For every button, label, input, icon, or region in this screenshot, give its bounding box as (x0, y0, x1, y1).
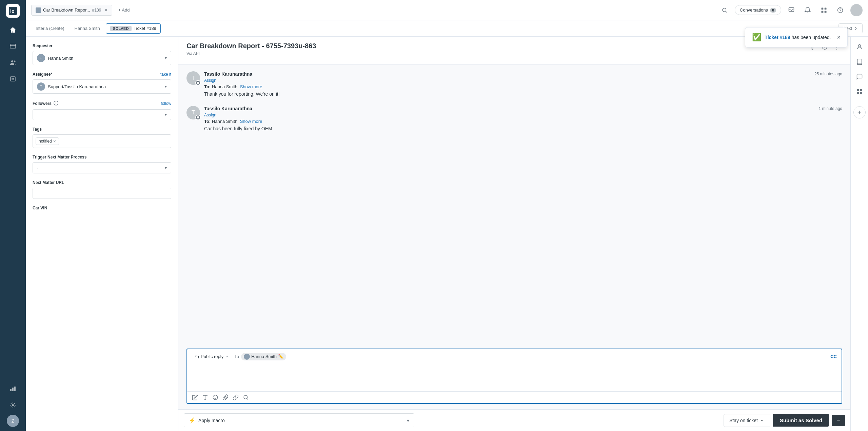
message-header: Tassilo Karunarathna 1 minute ago (204, 106, 842, 111)
ticket-tab-interia[interactable]: Interia (create) (31, 23, 69, 33)
requester-label: Requester (33, 43, 171, 48)
notifications-button[interactable] (802, 4, 814, 16)
tags-section: Tags notified × (33, 127, 171, 148)
app-logo[interactable]: io (6, 4, 20, 18)
svg-rect-7 (12, 388, 14, 391)
svg-rect-31 (857, 92, 859, 94)
svg-point-9 (12, 404, 14, 406)
notification-banner: ✅ Ticket #189 has been updated. × (745, 27, 848, 48)
format-text-icon[interactable] (202, 394, 208, 400)
svg-point-28 (858, 44, 861, 47)
svg-rect-8 (14, 387, 16, 391)
reply-recipient: Hanna Smith ✏️ (241, 353, 286, 360)
right-add-button[interactable]: + (853, 106, 866, 118)
notification-close-button[interactable]: × (837, 34, 841, 41)
conversations-label: Conversations (740, 7, 768, 13)
svg-rect-32 (860, 92, 862, 94)
follow-link[interactable]: follow (161, 101, 171, 106)
reply-area: Public reply To Hanna Smith ✏️ (186, 349, 842, 404)
svg-rect-2 (10, 44, 16, 48)
svg-rect-12 (822, 7, 824, 10)
show-more-link[interactable]: Show more (240, 84, 262, 89)
right-chat-icon[interactable] (853, 71, 866, 83)
user-avatar[interactable]: Z (7, 415, 19, 427)
nav-chart-icon[interactable] (6, 382, 20, 396)
nav-building-icon[interactable] (6, 72, 20, 86)
followers-dropdown[interactable]: ▾ (33, 109, 171, 120)
nav-settings-icon[interactable] (6, 398, 20, 412)
take-it-link[interactable]: take it (160, 72, 171, 77)
tab-close-button[interactable]: × (104, 7, 107, 13)
header-actions: Conversations 0 (718, 4, 863, 16)
nav-inbox-icon[interactable] (6, 39, 20, 53)
svg-point-21 (836, 49, 837, 50)
requester-dropdown[interactable]: H Hanna Smith ▾ (33, 51, 171, 65)
message-body: Car has been fully fixed by OEM (204, 125, 842, 132)
ticket-tab-number[interactable]: SOLVED Ticket #189 (106, 23, 161, 34)
followers-info-icon[interactable]: ⓘ (54, 100, 58, 107)
followers-section: Followers ⓘ follow ▾ (33, 100, 171, 120)
format-compose-icon[interactable] (192, 394, 198, 400)
ticket-tabs: Interia (create) Hanna Smith SOLVED Tick… (26, 20, 868, 37)
tab-icon (36, 7, 41, 13)
ticket-tab[interactable]: Car Breakdown Repor... #189 × (31, 5, 112, 16)
format-emoji-icon[interactable] (212, 394, 218, 400)
reply-to-avatar (244, 354, 250, 360)
cc-button[interactable]: CC (830, 354, 837, 359)
trigger-dropdown[interactable]: - ▾ (33, 162, 171, 173)
assignee-dropdown[interactable]: T Support/Tassilo Karunarathna ▾ (33, 79, 171, 94)
message-item: T Tassilo Karunarathna 1 minute ago (186, 106, 842, 132)
avatar-badge (195, 115, 201, 120)
submit-dropdown-button[interactable] (832, 415, 845, 426)
reply-to-field: To Hanna Smith ✏️ (234, 353, 286, 360)
trigger-chevron-icon: ▾ (165, 166, 167, 170)
next-matter-url-label: Next Matter URL (33, 180, 171, 185)
center-panel: Car Breakdown Report - 6755-7393u-863 Vi… (178, 37, 850, 431)
assign-link[interactable]: Assign (204, 78, 842, 83)
assign-link[interactable]: Assign (204, 113, 842, 117)
conversations-button[interactable]: Conversations 0 (735, 5, 781, 15)
conversations-count: 0 (770, 8, 776, 13)
show-more-link[interactable]: Show more (240, 119, 262, 124)
message-body: Thank you for reporting. We're on it! (204, 91, 842, 98)
format-link-icon[interactable] (233, 394, 239, 400)
svg-point-23 (197, 116, 199, 119)
svg-rect-15 (825, 11, 827, 13)
message-content: Tassilo Karunarathna 1 minute ago Assign… (204, 106, 842, 132)
svg-rect-30 (860, 89, 862, 91)
nav-people-icon[interactable] (6, 56, 20, 69)
stay-on-ticket-button[interactable]: Stay on ticket (724, 414, 770, 427)
right-book-icon[interactable] (853, 56, 866, 68)
avatar-badge (195, 80, 201, 86)
nav-home-icon[interactable] (6, 23, 20, 37)
right-apps-icon[interactable] (853, 86, 866, 98)
apply-macro-button[interactable]: ⚡ Apply macro ▾ (184, 413, 414, 427)
top-header: Car Breakdown Repor... #189 × + Add Conv… (26, 0, 868, 20)
reply-format-toolbar (187, 391, 842, 403)
reply-type-button[interactable]: Public reply (192, 353, 232, 360)
tags-container[interactable]: notified × (33, 134, 171, 148)
notification-ticket-link[interactable]: Ticket #189 (765, 35, 790, 40)
requester-chevron-icon: ▾ (165, 56, 167, 60)
svg-rect-11 (789, 7, 794, 12)
reply-body[interactable] (187, 364, 842, 391)
grid-button[interactable] (818, 4, 830, 16)
right-user-icon[interactable] (853, 41, 866, 53)
format-attach-icon[interactable] (222, 394, 229, 400)
submit-solved-button[interactable]: Submit as Solved (773, 414, 829, 427)
messages-area: T Tassilo Karunarathna 25 minutes ago (178, 64, 850, 349)
search-button[interactable] (718, 4, 731, 16)
compose-button[interactable] (785, 4, 797, 16)
edit-recipient-icon[interactable]: ✏️ (278, 354, 283, 359)
header-avatar[interactable] (850, 4, 863, 16)
conversation-title: Car Breakdown Report - 6755-7393u-863 (186, 42, 316, 50)
solved-badge: SOLVED (110, 26, 132, 31)
tag-remove-button[interactable]: × (53, 138, 56, 144)
right-sidebar-divider (855, 102, 864, 102)
help-button[interactable] (834, 4, 846, 16)
ticket-tab-hanna[interactable]: Hanna Smith (70, 23, 104, 33)
assignee-avatar: T (37, 82, 45, 91)
format-search-icon[interactable] (243, 394, 249, 400)
next-matter-url-input[interactable] (33, 188, 171, 199)
add-tab-button[interactable]: + Add (115, 5, 133, 15)
